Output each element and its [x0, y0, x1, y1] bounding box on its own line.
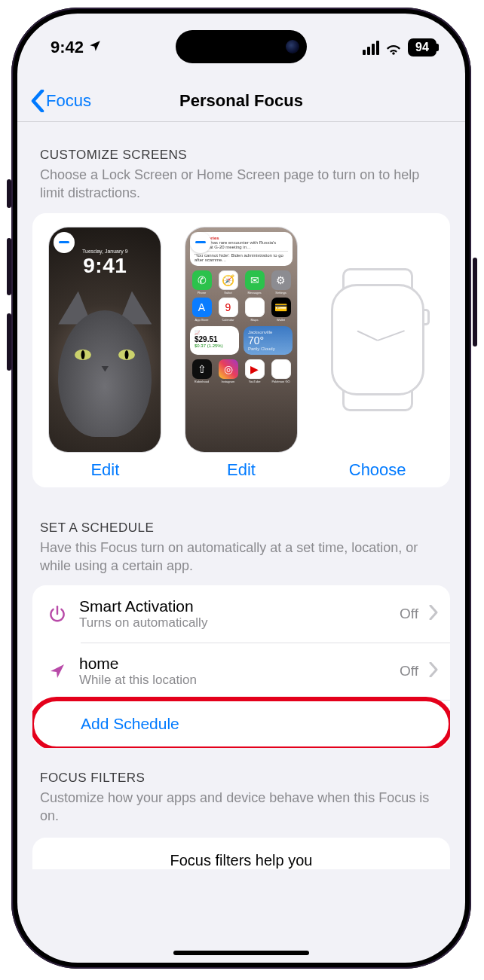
add-schedule-button[interactable]: Add Schedule	[32, 700, 450, 748]
remove-lock-screen-button[interactable]	[54, 232, 75, 253]
wifi-icon	[385, 41, 402, 54]
focus-filters-card[interactable]: Focus filters help you	[32, 838, 450, 869]
schedule-desc: Have this Focus turn on automatically at…	[17, 539, 465, 583]
remove-home-screen-button[interactable]	[190, 232, 211, 253]
battery-icon: 94	[408, 38, 437, 56]
watch-choose-button[interactable]: Choose	[349, 457, 406, 480]
schedule-item-subtitle: While at this location	[79, 673, 389, 688]
home-indicator[interactable]	[173, 951, 309, 955]
chevron-right-icon	[429, 662, 438, 680]
home-screen-thumbnail[interactable]: Top Stories Blinken has rare encounter w…	[185, 227, 298, 453]
iphone-frame: 9:42 94 Focus Person	[11, 8, 471, 969]
focus-filters-header: FOCUS FILTERS	[17, 748, 465, 789]
home-screen-edit-button[interactable]: Edit	[227, 457, 256, 480]
stocks-widget: 📈 $29.51 $0.37 (1.25%)	[190, 326, 239, 355]
status-time: 9:42	[51, 38, 84, 57]
location-icon	[88, 38, 102, 57]
chevron-right-icon	[429, 605, 438, 623]
status-bar: 9:42 94	[17, 27, 465, 68]
add-schedule-label: Add Schedule	[81, 715, 179, 733]
power-button	[473, 258, 477, 347]
power-icon	[46, 603, 69, 625]
back-button[interactable]: Focus	[31, 90, 91, 112]
schedule-item-subtitle: Turns on automatically	[79, 615, 389, 630]
lock-screen-thumbnail[interactable]: Tuesday, January 9 9:41	[48, 227, 161, 453]
customize-screens-card: Tuesday, January 9 9:41 Ed	[32, 213, 450, 487]
chevron-left-icon	[31, 90, 44, 112]
location-schedule-row[interactable]: home While at this location Off	[32, 643, 450, 700]
lock-time: 9:41	[49, 254, 161, 278]
schedule-item-title: home	[79, 655, 389, 673]
cat-wallpaper-illustration	[58, 310, 152, 437]
schedule-header: SET A SCHEDULE	[17, 487, 465, 539]
nav-bar: Focus Personal Focus	[17, 80, 465, 122]
schedule-item-status: Off	[400, 663, 418, 679]
customize-screens-desc: Choose a Lock Screen or Home Screen page…	[17, 166, 465, 210]
schedule-item-title: Smart Activation	[79, 597, 389, 615]
page-title: Personal Focus	[179, 91, 303, 111]
cell-signal-icon	[363, 41, 379, 55]
customize-screens-header: CUSTOMIZE SCREENS	[17, 130, 465, 166]
weather-widget: Jacksonville 70° Partly Cloudy	[244, 326, 293, 355]
lock-screen-edit-button[interactable]: Edit	[90, 457, 119, 480]
focus-filters-desc: Customize how your apps and device behav…	[17, 789, 465, 833]
focus-filters-peek-text: Focus filters help you	[170, 852, 313, 869]
location-arrow-icon	[46, 660, 69, 682]
watch-face-thumbnail[interactable]	[321, 227, 434, 453]
scroll-content[interactable]: CUSTOMIZE SCREENS Choose a Lock Screen o…	[17, 122, 465, 963]
smart-activation-row[interactable]: Smart Activation Turns on automatically …	[32, 585, 450, 643]
schedule-item-status: Off	[400, 606, 418, 622]
schedule-list: Smart Activation Turns on automatically …	[32, 585, 450, 748]
back-label: Focus	[46, 91, 91, 111]
